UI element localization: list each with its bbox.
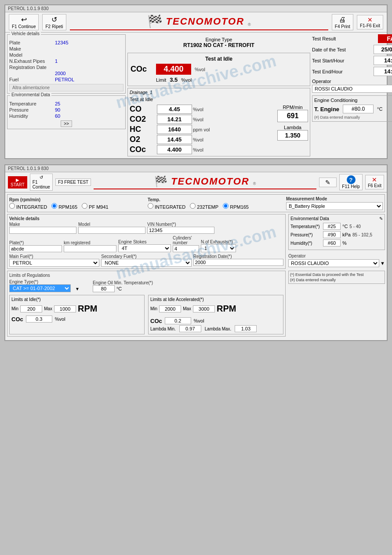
sec-fuel-select[interactable]: NONE xyxy=(101,259,191,267)
help-button[interactable]: ? F11 Help xyxy=(339,174,363,190)
measurement-mode-label: Measurement Mode xyxy=(286,196,383,201)
ripeti-button[interactable]: ↺ F2 Ripeti xyxy=(42,14,66,30)
temp-value: 25 xyxy=(55,101,60,106)
essential-note: (*) Essential Data to proceed with the T… xyxy=(288,271,385,284)
model-input[interactable] xyxy=(78,227,145,234)
test-result-badge: FAILED xyxy=(378,34,392,43)
coc2-value: 4.400 xyxy=(157,145,192,154)
pressure-row: Pressure 90 xyxy=(9,107,123,112)
acc-coc-input[interactable] xyxy=(165,317,191,324)
strokes-select[interactable]: 4T xyxy=(118,244,171,252)
acc-min-input[interactable] xyxy=(159,305,181,312)
rpm165-radio-label[interactable]: RPM165 xyxy=(51,203,77,210)
logo-text-1: TECNOMOTOR xyxy=(166,16,244,27)
make-label: Make xyxy=(9,46,53,51)
km-input[interactable] xyxy=(64,245,116,252)
gas-values-col: CO 4.45 %vol CO2 14.21 %vol HC 1640 ppm … xyxy=(130,105,264,154)
idle-min-label: Min xyxy=(11,306,18,311)
expand-btn[interactable]: >> xyxy=(61,120,72,127)
reg-date-field-w2: Registration Date(*) xyxy=(193,254,283,267)
free-test-button[interactable]: F3 FREE TEST xyxy=(55,178,91,186)
env-data-title: Environmental Data xyxy=(10,92,51,97)
plate-row: Plate 12345 xyxy=(9,40,123,45)
temp232-radio[interactable] xyxy=(190,203,196,209)
exit-button-1[interactable]: ✕ F1-F6 Exit xyxy=(357,15,383,30)
start-button[interactable]: ▶ START xyxy=(8,176,27,189)
arrow-icon-down: ▼ xyxy=(75,287,80,291)
co-name: CO xyxy=(130,105,156,114)
oil-temp-input[interactable] xyxy=(93,285,115,292)
lambda-min-input[interactable] xyxy=(179,325,201,332)
exhausts-label: N.of Exhausts(*) xyxy=(201,239,236,244)
rpm-area: Rpm (rpm/min) INTEGRATED RPM165 PF M941 xyxy=(9,197,143,210)
pencil-button[interactable]: ✎ xyxy=(319,178,337,187)
coc-unit: %vol xyxy=(195,67,205,72)
date-test-row: Date of the Test 25/06/2020 xyxy=(312,45,392,54)
integrated-radio-label[interactable]: INTEGRATED xyxy=(9,203,47,210)
rpm165-radio[interactable] xyxy=(51,203,57,209)
alt-fuel-btn[interactable]: Altra alimentazione xyxy=(9,84,123,91)
temp232-label[interactable]: 232TEMP xyxy=(190,203,218,210)
w2-left: Vehicle details Make Model VIN Number(*) xyxy=(7,214,286,338)
env-edit-icon[interactable]: ✎ xyxy=(379,216,383,221)
back-button[interactable]: ↩ F1 Continue xyxy=(9,14,39,30)
model-label-w2: Model xyxy=(78,222,145,227)
lambda-row: Lambda Min. Lambda Max. xyxy=(150,325,281,332)
reg-date-input[interactable] xyxy=(193,259,283,266)
temp-rpm165-radio[interactable] xyxy=(223,203,229,209)
window-2: PETROL 1.0.1.9 830 ▶ START ↺ F1Continue … xyxy=(4,164,388,341)
idle-coc-input[interactable] xyxy=(26,316,52,323)
vd-row3: Main Fuel(*) PETROL Secondary Fuel(*) NO… xyxy=(9,254,283,267)
operator-select-1[interactable]: ROSSI CLAUDIO xyxy=(312,85,392,93)
oil-temp-label: Engine Oil Min. Temperature(*) xyxy=(93,280,153,285)
refresh-icon: ↺ xyxy=(51,15,57,24)
temp-rpm165-label[interactable]: RPM165 xyxy=(223,203,249,210)
co-value: 4.45 xyxy=(157,105,192,114)
vin-input[interactable] xyxy=(147,227,214,234)
plate-input[interactable] xyxy=(9,245,62,252)
pfm941-radio-label[interactable]: PF M941 xyxy=(82,203,109,210)
co-unit: %vol xyxy=(193,107,228,112)
end-label: Test End/Hour xyxy=(312,69,343,74)
rpm-limits-grid: Limits at Idle(*) Min Max RPM COc xyxy=(9,295,283,334)
engine-type-label: Engine Type xyxy=(127,37,310,42)
rpm-radio-group: INTEGRATED RPM165 PF M941 xyxy=(9,203,143,210)
oil-temp-unit: °C xyxy=(116,286,122,291)
co2-unit: %vol xyxy=(193,117,228,122)
acc-rpm-row: Min Max RPM xyxy=(150,304,281,314)
idle-min-input[interactable] xyxy=(20,305,42,312)
idle-rpm-col: Limits at Idle(*) Min Max RPM COc xyxy=(9,295,145,334)
exhausts-select[interactable]: 1 xyxy=(201,244,236,252)
print-button[interactable]: 🖨 F4 Print xyxy=(332,14,353,30)
temp-integrated-label[interactable]: INTEGRATED xyxy=(148,203,185,210)
vehicle-details-w2: Vehicle details Make Model VIN Number(*) xyxy=(7,214,286,269)
title-bar-1: PETROL 1.0.1.9 830 xyxy=(5,5,387,12)
continue-button-2[interactable]: ↺ F1Continue xyxy=(30,174,53,191)
gas-grid: CO 4.45 %vol CO2 14.21 %vol HC 1640 ppm … xyxy=(130,105,264,154)
exit-button-2[interactable]: ✕ F6 Exit xyxy=(365,175,384,189)
integrated-radio[interactable] xyxy=(9,203,15,209)
idle-max-label: Max xyxy=(44,306,52,311)
operator-select-w2[interactable]: ROSSI CLAUDIO xyxy=(288,259,379,267)
alt-fuel-label: Altra alimentazione xyxy=(12,85,50,90)
cylinders-input[interactable] xyxy=(173,245,199,252)
acc-max-input[interactable] xyxy=(193,305,215,312)
regdate-label: Registration Date xyxy=(9,65,53,70)
engine-type-select[interactable]: CAT >= 01-07-2002 xyxy=(9,284,71,292)
lambda-max-input[interactable] xyxy=(235,325,257,332)
model-field: Model xyxy=(78,222,145,234)
pfm941-radio[interactable] xyxy=(82,203,87,209)
env-humidity-label: Humidity(*) xyxy=(290,241,321,246)
limits-title: Limits of Regulations xyxy=(9,273,283,278)
make-input[interactable] xyxy=(9,227,76,234)
limit-label: Limit xyxy=(156,77,166,83)
model-label: Model xyxy=(9,52,53,58)
main-fuel-select[interactable]: PETROL xyxy=(9,259,99,267)
fuel-label: Fuel xyxy=(9,77,53,82)
cylinders-label: Cylinders' number xyxy=(173,236,199,245)
temp-integrated-radio[interactable] xyxy=(148,203,153,209)
idle-max-input[interactable] xyxy=(54,305,76,312)
fuel-row: Fuel PETROL xyxy=(9,77,123,82)
measurement-mode-select[interactable]: B_Battery Ripple xyxy=(286,202,383,210)
idle-coc-label: COc xyxy=(11,316,23,323)
